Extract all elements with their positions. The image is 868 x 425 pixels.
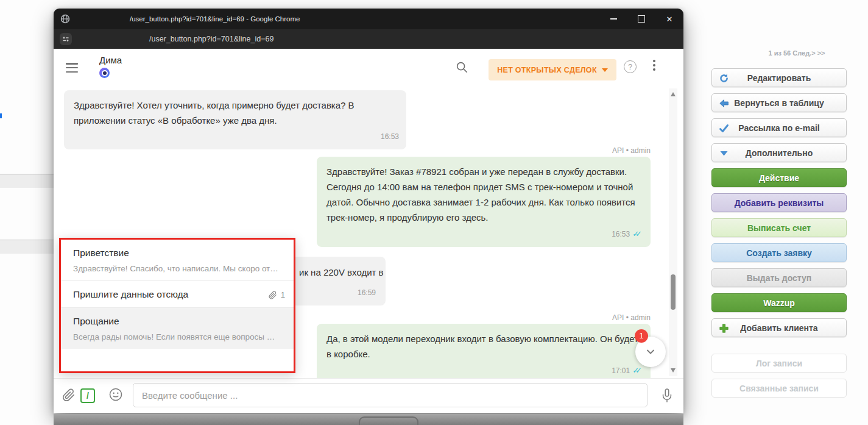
message-bubble-outgoing: Да, в этой модели переходник входит в ба… [317,324,651,384]
paperclip-icon [269,291,277,299]
log-record-button[interactable]: Лог записи [711,354,847,373]
template-item-greeting[interactable]: Приветствие Здравствуйте! Спасибо, что н… [61,240,294,281]
browser-window: /user_button.php?id=701&line_id=69 - Goo… [54,9,683,413]
message-text: ик на 220V входит в [299,265,384,280]
template-subtitle: Всегда рады помочь! Если появятся еще во… [73,332,284,341]
bg-table-row-edge [0,240,57,254]
chevron-down-icon [646,347,655,357]
template-popup: Приветствие Здравствуйте! Спасибо, что н… [59,238,295,373]
window-title: /user_button.php?id=701&line_id=69 - Goo… [130,9,300,29]
button-label: Вернуться в таблицу [734,98,824,108]
minimize-button[interactable] [599,9,627,29]
site-settings-icon[interactable] [60,33,72,45]
screen: /user_button.php?id=701&line_id=69 - Goo… [0,0,868,425]
message-text: Здравствуйте! Хотел уточнить, когда прим… [64,90,406,128]
minimize-icon [610,18,617,20]
add-client-button[interactable]: Добавить клиента [711,318,847,337]
mic-icon[interactable] [660,387,674,404]
arrow-left-icon [719,98,729,109]
button-label: Редактировать [747,73,811,83]
hamburger-menu-icon[interactable] [66,63,78,73]
message-text: Да, в этой модели переходник входит в ба… [317,324,651,362]
button-label: Рассылка по e-mail [738,123,819,133]
check-icon [719,123,729,134]
unread-badge: 1 [635,329,648,343]
template-title: Приветствие [73,248,284,259]
close-icon: ✕ [666,15,673,23]
page-sidebar: 1 из 56 След.> >> Редактировать Вернутьс… [711,49,847,404]
message-time: 16:59 [358,285,376,301]
channel-avatar [99,68,110,78]
plus-icon [719,323,729,334]
scrollbar-down-arrow-icon[interactable] [671,368,676,373]
more-options-button[interactable]: Дополнительно [711,143,847,162]
button-label: Выдать доступ [747,273,812,283]
button-label: Действие [759,173,799,183]
url-bar[interactable]: /user_button.php?id=701&line_id=69 [54,29,683,49]
add-requisites-button[interactable]: Добавить реквизиты [711,193,847,212]
read-ticks-icon [632,226,643,241]
chat-body: Здравствуйте! Хотел уточнить, когда прим… [54,87,683,378]
template-title: Пришлите данные отсюда [73,289,284,300]
triangle-down-icon [719,148,729,159]
button-label: Добавить клиента [740,323,817,333]
kebab-menu-icon[interactable] [653,60,655,71]
url-text[interactable]: /user_button.php?id=701&line_id=69 [149,29,273,49]
message-bubble-incoming: Здравствуйте! Хотел уточнить, когда прим… [64,90,406,149]
underlying-button-edge [359,416,418,425]
message-text: Здравствуйте! Заказ #78921 собран и уже … [317,157,651,225]
attach-paperclip-icon[interactable] [62,387,76,403]
grant-access-button[interactable]: Выдать доступ [711,268,847,287]
refresh-icon [719,73,729,84]
button-label: Добавить реквизиты [735,198,824,208]
record-pagination[interactable]: 1 из 56 След.> >> [711,49,847,57]
template-subtitle: Здравствуйте! Спасибо, что написали. Мы … [73,264,284,273]
message-input[interactable] [133,383,647,407]
create-request-button[interactable]: Создать заявку [711,243,847,262]
button-label: Лог записи [756,359,802,368]
search-icon[interactable] [455,60,468,74]
window-bottom-strip [54,414,683,425]
chat-scrollbar[interactable] [669,88,677,376]
action-button[interactable]: Действие [711,168,847,187]
template-title: Прощание [73,316,284,327]
bg-table-row-edge [0,174,57,188]
button-label: Выписать счет [747,223,811,233]
scrollbar-thumb[interactable] [671,274,676,310]
maximize-button[interactable] [627,9,655,29]
chevron-down-icon [602,68,608,72]
template-item-send-data[interactable]: Пришлите данные отсюда 1 [61,281,294,308]
wazzup-button[interactable]: Wazzup [711,293,847,312]
title-bar: /user_button.php?id=701&line_id=69 - Goo… [54,9,683,29]
email-broadcast-button[interactable]: Рассылка по e-mail [711,118,847,137]
create-invoice-button[interactable]: Выписать счет [711,218,847,237]
maximize-icon [638,15,645,23]
api-sender-label: API • admin [612,146,651,155]
emoji-icon[interactable] [108,387,123,402]
browser-favicon-icon [60,14,70,24]
close-button[interactable]: ✕ [655,9,683,29]
scrollbar-up-arrow-icon[interactable] [671,92,676,96]
read-ticks-icon [632,363,643,378]
help-icon[interactable]: ? [624,60,637,73]
button-label: Дополнительно [746,148,813,158]
api-sender-label: API • admin [612,313,651,322]
button-label: Создать заявку [746,248,812,258]
related-records-button[interactable]: Связанные записи [711,379,847,398]
deal-status-button[interactable]: НЕТ ОТКРЫТЫХ СДЕЛОК [489,59,616,80]
back-to-table-button[interactable]: Вернуться в таблицу [711,93,847,112]
message-time: 16:53 [64,128,406,149]
bg-blue-marker [0,113,2,118]
edit-button[interactable]: Редактировать [711,68,847,87]
button-label: Связанные записи [739,384,819,393]
chat-input-bar [54,378,683,413]
message-bubble-outgoing: Здравствуйте! Заказ #78921 собран и уже … [317,157,651,247]
chat-header: Дима НЕТ ОТКРЫТЫХ СДЕЛОК ? [54,49,683,87]
deal-status-label: НЕТ ОТКРЫТЫХ СДЕЛОК [497,66,597,74]
button-label: Wazzup [763,298,795,308]
quick-template-slash-button[interactable] [80,388,95,403]
template-item-farewell[interactable]: Прощание Всегда рады помочь! Если появят… [61,308,294,349]
message-time: 16:53 [317,225,651,247]
attachment-count: 1 [281,290,285,299]
contact-name: Дима [99,55,122,65]
